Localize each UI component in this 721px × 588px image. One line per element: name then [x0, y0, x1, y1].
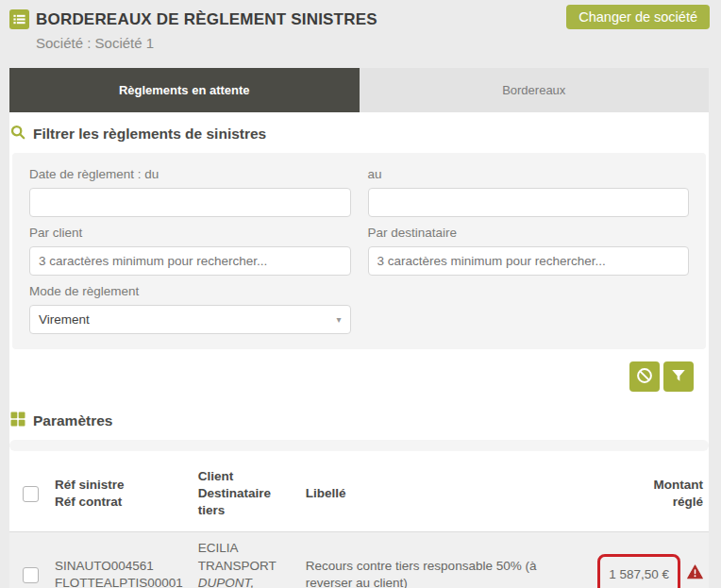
main-content: Filtrer les règlements de sinistres Date… — [9, 112, 709, 588]
header-client: Client Destinataire tiers — [191, 457, 298, 531]
tab-bar: Règlements en attente Bordereaux — [9, 68, 709, 112]
tab-reglements-en-attente[interactable]: Règlements en attente — [9, 68, 360, 112]
client-filter-label: Par client — [29, 226, 351, 240]
date-to-label: au — [368, 167, 690, 181]
row-checkbox[interactable] — [23, 567, 39, 583]
payment-mode-label: Mode de règlement — [29, 284, 351, 298]
parameters-heading-label: Paramètres — [33, 412, 112, 429]
clear-filter-button[interactable] — [629, 361, 660, 392]
change-company-button[interactable]: Changer de société — [566, 5, 710, 29]
ban-icon — [635, 366, 654, 388]
table-header-row: Réf sinistre Réf contrat Client Destinat… — [9, 457, 709, 531]
date-from-label: Date de règlement : du — [29, 167, 351, 181]
filter-section-heading: Filtrer les règlements de sinistres — [10, 125, 709, 143]
page-title: BORDEREAUX DE RÈGLEMENT SINISTRES — [36, 10, 377, 29]
payment-mode-select[interactable]: Virement ▾ — [29, 305, 351, 334]
apply-filter-button[interactable] — [663, 361, 694, 392]
table-row: SINAUTO004561 FLOTTEALPTIS00001 ECILIA T… — [9, 531, 709, 588]
filter-heading-label: Filtrer les règlements de sinistres — [33, 126, 266, 143]
grid-icon — [10, 412, 25, 430]
warning-icon[interactable] — [687, 564, 703, 585]
row-client: ECILIA TRANSPORT DUPONT, Henry — [191, 531, 298, 588]
amount-highlight-box: 1 587,50 € — [597, 554, 680, 588]
filter-panel: Date de règlement : du au Par client Par… — [12, 153, 706, 349]
search-icon — [10, 125, 25, 143]
select-all-checkbox[interactable] — [23, 486, 39, 502]
recipient-filter-label: Par destinataire — [368, 226, 690, 240]
header-montant: Montant réglé — [578, 457, 709, 531]
list-icon — [9, 9, 29, 29]
date-to-input[interactable] — [368, 188, 690, 217]
filter-actions — [9, 361, 694, 392]
chevron-down-icon: ▾ — [336, 314, 341, 325]
settlements-table: Réf sinistre Réf contrat Client Destinat… — [9, 457, 709, 588]
company-subtitle: Société : Société 1 — [36, 35, 710, 51]
header-libelle: Libellé — [298, 457, 578, 531]
row-libelle: Recours contre tiers responsable 50% (à … — [298, 531, 578, 588]
parameters-section-heading: Paramètres — [10, 412, 709, 430]
filter-icon — [670, 367, 687, 387]
row-ref: SINAUTO004561 FLOTTEALPTIS00001 — [47, 531, 191, 588]
client-search-input[interactable] — [29, 246, 351, 276]
collapsed-parameters-bar[interactable] — [9, 440, 709, 451]
row-montant: 1 587,50 € — [578, 531, 709, 588]
page-header: BORDEREAUX DE RÈGLEMENT SINISTRES Sociét… — [0, 0, 721, 59]
date-from-input[interactable] — [29, 188, 351, 217]
payment-mode-value: Virement — [39, 312, 90, 327]
recipient-search-input[interactable] — [368, 246, 690, 276]
tab-bordereaux[interactable]: Bordereaux — [360, 68, 710, 112]
header-ref: Réf sinistre Réf contrat — [47, 457, 191, 531]
